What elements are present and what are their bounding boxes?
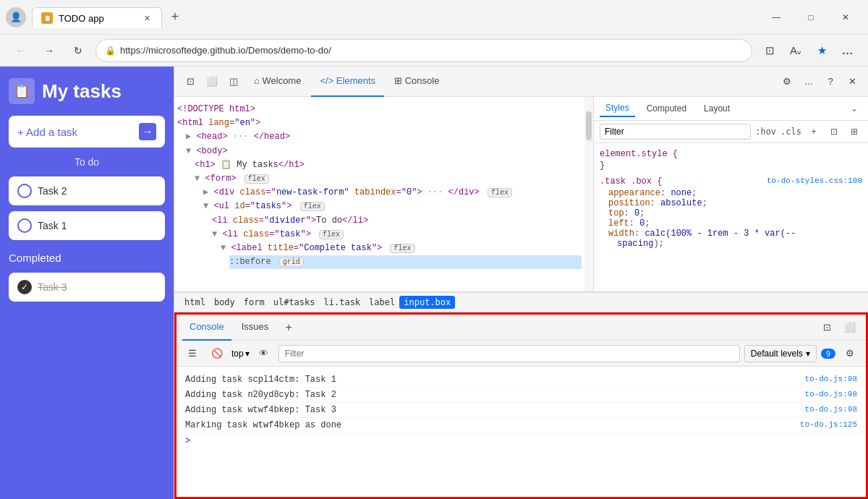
tab-issues[interactable]: Issues xyxy=(234,315,276,341)
html-line: <html lang="en"> xyxy=(177,116,582,130)
style-source-link-1[interactable]: to-do-styles.css:108 xyxy=(767,176,862,185)
clear-console-button[interactable]: 🚫 xyxy=(207,344,227,364)
sources-button[interactable]: ◫ xyxy=(224,72,244,92)
tab-bar: 📋 TODO app ✕ + xyxy=(32,7,760,27)
breadcrumb-ul[interactable]: ul#tasks xyxy=(269,296,320,309)
console-source-1[interactable]: to-do.js:98 xyxy=(804,375,857,383)
html-line: ▼ <label title="Complete task"> flex xyxy=(221,242,582,255)
settings-button[interactable]: ⚙ xyxy=(840,344,860,364)
styles-filter-input[interactable] xyxy=(600,124,751,140)
window-controls: — □ ✕ xyxy=(760,6,862,29)
maximize-button[interactable]: □ xyxy=(794,6,827,29)
sidebar-toggle-button[interactable]: ☰ xyxy=(182,344,203,364)
read-aloud-button[interactable]: Aᵥ xyxy=(784,39,807,62)
collections-button[interactable]: ⊡ xyxy=(758,39,781,62)
style-prop: spacing); xyxy=(600,239,862,249)
breadcrumb-body[interactable]: body xyxy=(210,296,239,309)
tab-elements[interactable]: </> Elements xyxy=(311,67,384,97)
console-icon: ⊞ xyxy=(394,75,402,86)
console-panel: Console Issues + ⊡ ⬜ ☰ xyxy=(174,312,868,499)
active-tab[interactable]: 📋 TODO app ✕ xyxy=(32,7,162,28)
list-item[interactable]: ✓ Task 3 xyxy=(9,273,165,302)
devtools-close-button[interactable]: ✕ xyxy=(842,72,862,92)
back-button[interactable]: ← xyxy=(9,39,32,62)
toggle-sidebar-button[interactable]: ⊞ xyxy=(846,124,862,140)
task-checkbox-1[interactable] xyxy=(17,218,32,233)
minimize-button[interactable]: — xyxy=(760,6,793,29)
device-emulation-button[interactable]: ⬜ xyxy=(202,72,222,92)
console-prompt[interactable]: > xyxy=(176,433,866,449)
url-bar[interactable]: 🔒 https://microsoftedge.github.io/Demos/… xyxy=(95,39,752,62)
welcome-home-icon: ⌂ xyxy=(254,75,260,86)
issues-tab-label: Issues xyxy=(242,321,269,332)
inspect-element-button[interactable]: ⊡ xyxy=(180,72,200,92)
console-source-4[interactable]: to-do.js:125 xyxy=(800,420,857,429)
pseudo-cls[interactable]: .cls xyxy=(780,127,801,137)
devtools-customize-button[interactable]: ... xyxy=(799,72,819,92)
styles-tab-computed[interactable]: Computed xyxy=(641,101,692,116)
tab-console[interactable]: Console xyxy=(182,315,231,341)
scrollbar-thumb[interactable] xyxy=(586,111,592,140)
tab-welcome[interactable]: ⌂ Welcome xyxy=(245,67,310,97)
default-levels-dropdown[interactable]: Default levels ▾ xyxy=(744,345,817,362)
console-text-1: Adding task scpl14ctm: Task 1 xyxy=(185,375,336,385)
tab-title: TODO app xyxy=(59,13,104,24)
breadcrumb-label[interactable]: label xyxy=(365,296,399,309)
tab-welcome-label: Welcome xyxy=(262,75,301,86)
add-task-button[interactable]: + Add a task → xyxy=(9,116,165,148)
favorites-button[interactable]: ★ xyxy=(810,39,833,62)
breadcrumb-form[interactable]: form xyxy=(239,296,269,309)
levels-dropdown-icon: ▾ xyxy=(806,349,810,359)
tab-close-button[interactable]: ✕ xyxy=(141,12,153,24)
expand-icon[interactable]: ⌄ xyxy=(846,101,862,116)
more-actions-button[interactable]: ... xyxy=(836,39,859,62)
breadcrumb-li[interactable]: li.task xyxy=(320,296,365,309)
refresh-button[interactable]: ↻ xyxy=(67,39,90,62)
title-bar: 👤 📋 TODO app ✕ + — □ ✕ xyxy=(0,0,868,35)
styles-tab-styles[interactable]: Styles xyxy=(600,100,635,117)
browser-window: 👤 📋 TODO app ✕ + — □ ✕ ← → ↻ 🔒 https://m… xyxy=(0,0,868,499)
task-checkbox-3[interactable]: ✓ xyxy=(17,280,32,294)
add-panel-button[interactable]: + xyxy=(278,317,299,338)
lock-icon: 🔒 xyxy=(105,46,116,56)
copy-styles-button[interactable]: ⊡ xyxy=(826,124,842,140)
html-line: ▶ <head> ··· </head> xyxy=(186,130,582,144)
new-tab-button[interactable]: + xyxy=(165,7,185,27)
console-filter-input[interactable] xyxy=(278,345,740,362)
html-tree[interactable]: <!DOCTYPE html> <html lang="en"> ▶ <head… xyxy=(174,97,584,291)
expand-console-button[interactable]: ⬜ xyxy=(840,317,860,338)
todo-panel: 📋 My tasks + Add a task → To do Task 2 T… xyxy=(0,67,174,499)
breadcrumb-html[interactable]: html xyxy=(180,296,210,309)
styles-tab-layout[interactable]: Layout xyxy=(698,101,736,116)
url-text: https://microsoftedge.github.io/Demos/de… xyxy=(120,45,743,56)
tab-console-top[interactable]: ⊞ Console xyxy=(386,67,448,97)
pseudo-hover[interactable]: :hov xyxy=(755,127,776,137)
list-item[interactable]: Task 1 xyxy=(9,211,165,240)
filter-eye-button[interactable]: 👁 xyxy=(254,344,274,364)
element-style-selector: element.style { xyxy=(600,149,862,159)
todo-header: 📋 My tasks xyxy=(9,78,165,104)
close-button[interactable]: ✕ xyxy=(829,6,862,29)
devtools-help-button[interactable]: ? xyxy=(820,72,841,92)
profile-avatar[interactable]: 👤 xyxy=(6,7,26,27)
task-1-label: Task 1 xyxy=(38,220,67,231)
breadcrumb-input[interactable]: input.box xyxy=(399,296,455,309)
tab-favicon: 📋 xyxy=(41,12,53,24)
scrollbar-track[interactable] xyxy=(584,97,593,291)
console-source-3[interactable]: to-do.js:98 xyxy=(804,405,857,414)
console-text-2: Adding task n20yd8cyb: Task 2 xyxy=(185,390,336,400)
add-style-button[interactable]: + xyxy=(806,124,822,140)
forward-button[interactable]: → xyxy=(38,39,61,62)
html-line: ▼ <ul id="tasks"> flex xyxy=(203,200,582,213)
html-line: ▼ <body> xyxy=(186,145,582,158)
task-checkbox-2[interactable] xyxy=(17,184,32,198)
console-line-2: Adding task n20yd8cyb: Task 2 to-do.js:9… xyxy=(176,388,866,403)
styles-panel: Styles Computed Layout ⌄ :hov .cls + ⊡ ⊞ xyxy=(593,97,868,291)
console-text-3: Adding task wtwf4bkep: Task 3 xyxy=(185,405,336,415)
list-item[interactable]: Task 2 xyxy=(9,176,165,205)
console-source-2[interactable]: to-do.js:98 xyxy=(804,390,857,398)
top-selector[interactable]: top ▾ xyxy=(231,349,250,359)
default-levels-label: Default levels xyxy=(751,349,803,359)
detach-console-button[interactable]: ⊡ xyxy=(817,317,837,338)
devtools-settings-icon[interactable]: ⚙ xyxy=(777,72,797,92)
